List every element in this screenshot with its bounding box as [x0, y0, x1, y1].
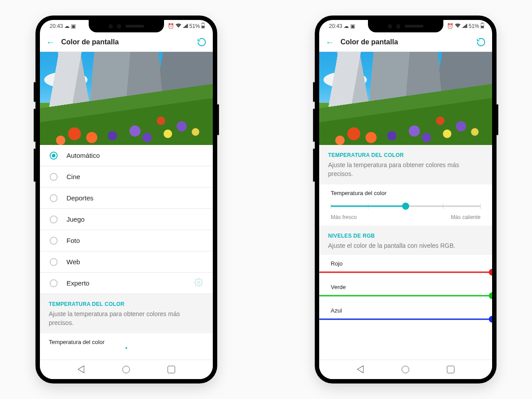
notch	[368, 20, 443, 32]
volume-down-button	[34, 149, 35, 182]
nav-home-button[interactable]	[122, 366, 130, 373]
preview-image	[40, 52, 213, 145]
phone-frame-left: 20:43 ☁ ▣ ⏰ 51% ← Color de panta	[35, 16, 217, 383]
rgb-channel-label: Rojo	[319, 256, 492, 268]
volume-up-button	[34, 109, 35, 142]
mode-option[interactable]: Juego	[40, 209, 213, 230]
radio-icon	[50, 173, 58, 181]
radio-icon	[50, 215, 58, 223]
mode-label: Experto	[66, 279, 90, 287]
status-time: 20:43	[329, 23, 342, 29]
screen-left: 20:43 ☁ ▣ ⏰ 51% ← Color de panta	[40, 20, 213, 379]
page-title: Color de pantalla	[340, 38, 398, 46]
wifi-icon	[176, 23, 181, 29]
rgb-section-title: NIVELES DE RGB	[328, 233, 483, 239]
reset-button[interactable]	[197, 37, 207, 47]
radio-icon	[50, 152, 58, 160]
battery-icon	[481, 23, 484, 30]
mode-option[interactable]: Deportes	[40, 188, 213, 209]
temp-section-header: TEMPERATURA DEL COLOR Ajuste la temperat…	[319, 145, 492, 184]
volume-up-button	[313, 109, 315, 142]
mode-label: Automático	[66, 152, 100, 159]
battery-pct: 51%	[469, 23, 479, 29]
page-title: Color de pantalla	[61, 38, 119, 46]
nav-bar	[319, 360, 492, 379]
rgb-section-desc: Ajuste el color de la pantalla con nivel…	[328, 242, 483, 250]
mode-option[interactable]: Web	[40, 251, 213, 273]
mode-option[interactable]: Automático	[40, 145, 213, 166]
radio-icon	[50, 258, 58, 266]
cloud-icon: ☁	[344, 23, 349, 29]
back-button[interactable]: ←	[325, 38, 334, 47]
rgb-section-header: NIVELES DE RGB Ajuste el color de la pan…	[319, 226, 492, 255]
gear-icon[interactable]	[194, 278, 203, 288]
mode-label: Juego	[66, 215, 85, 223]
wifi-icon	[455, 23, 461, 29]
svg-rect-6	[481, 26, 484, 28]
power-button	[497, 104, 498, 135]
nav-back-button[interactable]	[357, 365, 364, 374]
slider-peek: •	[40, 347, 213, 352]
alarm-icon: ⏰	[447, 23, 454, 29]
temp-slider[interactable]	[331, 201, 481, 211]
side-button	[313, 82, 315, 102]
mode-option[interactable]: Experto	[40, 273, 213, 294]
app-bar: ← Color de pantalla	[40, 32, 213, 52]
mode-option[interactable]: Foto	[40, 230, 213, 251]
content-right: TEMPERATURA DEL COLOR Ajuste la temperat…	[319, 145, 492, 360]
mode-option[interactable]: Cine	[40, 166, 213, 188]
status-time: 20:43	[50, 23, 63, 29]
temp-section-desc: Ajuste la temperatura para obtener color…	[328, 161, 483, 178]
rgb-slider[interactable]	[319, 315, 492, 324]
rgb-slider[interactable]	[319, 291, 492, 300]
nav-recent-button[interactable]	[168, 366, 175, 373]
svg-point-3	[198, 282, 200, 284]
mode-label: Foto	[66, 237, 80, 244]
svg-rect-1	[203, 23, 204, 23]
image-icon: ▣	[350, 23, 355, 29]
rgb-channel-label: Verde	[319, 279, 492, 291]
temp-section-desc: Ajuste la temperatura para obtener color…	[49, 310, 204, 327]
temp-left-label: Más fresco	[331, 214, 357, 220]
nav-home-button[interactable]	[402, 366, 409, 373]
nav-back-button[interactable]	[78, 365, 84, 374]
cloud-icon: ☁	[64, 23, 70, 29]
temp-section-title: TEMPERATURA DEL COLOR	[49, 301, 204, 307]
mode-label: Deportes	[66, 194, 94, 202]
signal-icon	[462, 23, 467, 29]
rgb-channel-label: Azul	[319, 303, 492, 315]
mode-label: Web	[66, 258, 80, 266]
side-button	[34, 82, 35, 102]
notch	[89, 20, 164, 32]
alarm-icon: ⏰	[168, 23, 174, 29]
temp-right-label: Más caliente	[451, 214, 481, 220]
radio-icon	[50, 279, 58, 287]
radio-icon	[50, 237, 58, 245]
nav-recent-button[interactable]	[447, 366, 454, 373]
temp-section-title: TEMPERATURA DEL COLOR	[328, 152, 483, 158]
phone-frame-right: 20:43 ☁ ▣ ⏰ 51% ← Color de pantalla	[315, 16, 497, 383]
content-left: AutomáticoCineDeportesJuegoFotoWebExpert…	[40, 145, 213, 360]
app-bar: ← Color de pantalla	[319, 32, 492, 52]
back-button[interactable]: ←	[46, 38, 55, 47]
battery-icon	[201, 23, 205, 30]
svg-rect-5	[482, 23, 483, 23]
temp-slider-label: Temperatura del color	[319, 184, 492, 198]
volume-down-button	[313, 149, 315, 182]
battery-pct: 51%	[189, 23, 200, 29]
nav-bar	[40, 360, 213, 379]
power-button	[217, 104, 219, 135]
mode-label: Cine	[66, 173, 80, 180]
svg-rect-2	[202, 26, 204, 28]
radio-icon	[50, 194, 58, 202]
image-icon: ▣	[71, 23, 76, 29]
rgb-slider[interactable]	[319, 268, 492, 277]
signal-icon	[183, 23, 188, 29]
preview-image	[319, 52, 492, 145]
temp-section-header: TEMPERATURA DEL COLOR Ajuste la temperat…	[40, 294, 213, 333]
reset-button[interactable]	[476, 37, 486, 47]
screen-right: 20:43 ☁ ▣ ⏰ 51% ← Color de pantalla	[319, 20, 492, 379]
